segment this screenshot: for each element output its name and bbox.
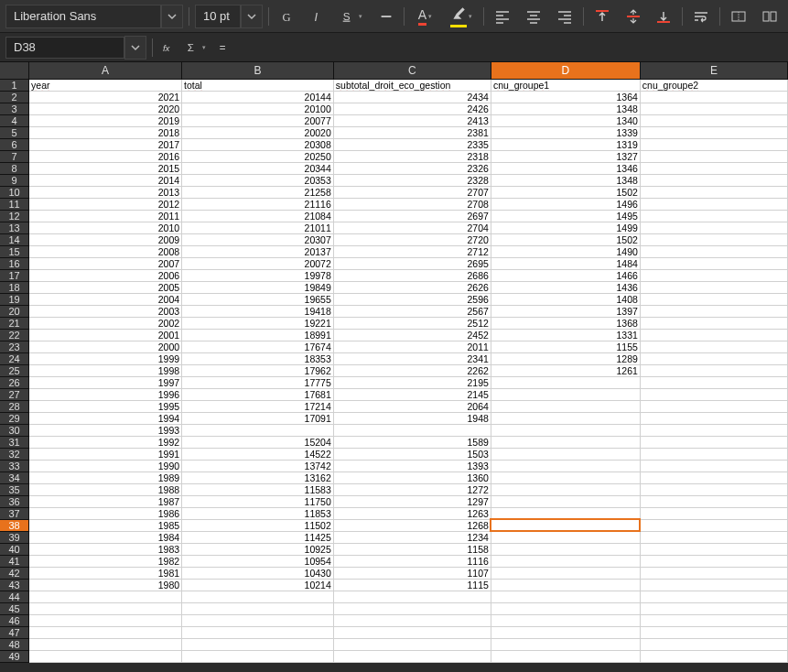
row-header[interactable]: 6	[0, 138, 29, 150]
cell[interactable]: 1297	[333, 495, 491, 507]
cell[interactable]	[640, 460, 787, 471]
cell[interactable]: 2426	[333, 103, 491, 114]
cell[interactable]	[29, 638, 182, 650]
cell[interactable]: 1502	[491, 186, 640, 198]
font-size-input[interactable]	[195, 5, 241, 28]
cell[interactable]: 2013	[29, 186, 182, 198]
row-header[interactable]: 22	[0, 329, 29, 341]
sum-button[interactable]: Σ ▾	[186, 37, 208, 59]
cell[interactable]: 2626	[333, 281, 491, 293]
cell[interactable]	[640, 352, 787, 364]
cell[interactable]: 1331	[491, 329, 640, 341]
cell[interactable]	[333, 650, 491, 662]
cell[interactable]: 2011	[29, 210, 182, 222]
cell[interactable]	[182, 591, 334, 602]
cell[interactable]	[640, 388, 787, 400]
cell[interactable]: 11583	[182, 483, 334, 495]
cell[interactable]	[640, 103, 787, 114]
cell[interactable]: 1986	[29, 507, 182, 519]
cell[interactable]	[640, 436, 787, 448]
chevron-down-icon[interactable]	[124, 36, 146, 60]
row-header[interactable]: 9	[0, 174, 29, 186]
cell[interactable]	[182, 626, 334, 638]
row-header[interactable]: 35	[0, 483, 29, 495]
cell[interactable]: 1989	[29, 471, 182, 483]
cell[interactable]	[640, 293, 787, 305]
cell[interactable]: 20020	[182, 126, 334, 138]
cell[interactable]: 1348	[491, 174, 640, 186]
font-name-combo[interactable]	[5, 5, 183, 28]
select-all-corner[interactable]	[0, 62, 29, 79]
cell[interactable]: 1346	[491, 162, 640, 174]
cell[interactable]	[491, 543, 640, 555]
cell[interactable]: 11853	[182, 507, 334, 519]
cell[interactable]	[640, 591, 787, 602]
cell[interactable]	[640, 91, 787, 103]
cell[interactable]: 1988	[29, 483, 182, 495]
cell[interactable]	[491, 412, 640, 424]
cell[interactable]: 10214	[182, 579, 334, 591]
cell[interactable]: 2009	[29, 233, 182, 245]
row-header[interactable]: 34	[0, 471, 29, 483]
cell[interactable]	[640, 602, 787, 614]
cell[interactable]: 17091	[182, 412, 334, 424]
row-header[interactable]: 20	[0, 305, 29, 317]
cell[interactable]: 19655	[182, 293, 334, 305]
column-header[interactable]: A	[29, 62, 182, 79]
cell[interactable]: 19978	[182, 269, 334, 281]
row-header[interactable]: 15	[0, 245, 29, 257]
cell[interactable]: 10954	[182, 555, 334, 567]
row-header[interactable]: 38	[0, 519, 29, 531]
cell[interactable]: 10430	[182, 567, 334, 579]
cell[interactable]: 2697	[333, 210, 491, 222]
cell[interactable]: 1996	[29, 388, 182, 400]
cell[interactable]: 2318	[333, 150, 491, 162]
cell[interactable]: 1289	[491, 352, 640, 364]
row-header[interactable]: 46	[0, 614, 29, 626]
cell[interactable]: 1319	[491, 138, 640, 150]
cell[interactable]	[640, 412, 787, 424]
cell[interactable]: 2567	[333, 305, 491, 317]
cell[interactable]: 2016	[29, 150, 182, 162]
cell[interactable]	[29, 602, 182, 614]
cell[interactable]: 2007	[29, 257, 182, 269]
cell[interactable]: 11750	[182, 495, 334, 507]
row-header[interactable]: 3	[0, 103, 29, 114]
row-header[interactable]: 28	[0, 400, 29, 412]
row-header[interactable]: 45	[0, 602, 29, 614]
cell[interactable]	[491, 507, 640, 519]
cell[interactable]: 1397	[491, 305, 640, 317]
spreadsheet-grid[interactable]: ABCDE1yeartotalsubtotal_droit_eco_gestio…	[0, 62, 788, 663]
cell[interactable]: 1495	[491, 210, 640, 222]
cell[interactable]: 1982	[29, 555, 182, 567]
underline-button[interactable]: S ▾	[337, 4, 368, 29]
cell[interactable]: 21084	[182, 210, 334, 222]
row-header[interactable]: 23	[0, 341, 29, 352]
cell[interactable]: 2020	[29, 103, 182, 114]
cell[interactable]: 2341	[333, 352, 491, 364]
cell-reference-input[interactable]	[5, 37, 124, 59]
row-header[interactable]: 24	[0, 352, 29, 364]
cell[interactable]	[491, 483, 640, 495]
cell[interactable]	[640, 424, 787, 436]
cell[interactable]: 1991	[29, 448, 182, 460]
row-header[interactable]: 30	[0, 424, 29, 436]
cell[interactable]: 2434	[333, 91, 491, 103]
cell[interactable]: 1408	[491, 293, 640, 305]
cell[interactable]: 1987	[29, 495, 182, 507]
cell[interactable]	[333, 626, 491, 638]
cell[interactable]: 17962	[182, 364, 334, 376]
cell[interactable]	[29, 614, 182, 626]
cell[interactable]	[29, 591, 182, 602]
cell[interactable]	[333, 424, 491, 436]
cell[interactable]: 1496	[491, 198, 640, 210]
cell[interactable]: 11425	[182, 531, 334, 543]
cell[interactable]: 20077	[182, 114, 334, 126]
cell[interactable]: 2017	[29, 138, 182, 150]
cell[interactable]: 2014	[29, 174, 182, 186]
cell[interactable]	[640, 567, 787, 579]
cell[interactable]	[29, 650, 182, 662]
cell[interactable]: 1981	[29, 567, 182, 579]
cell[interactable]	[640, 531, 787, 543]
cell[interactable]	[333, 602, 491, 614]
